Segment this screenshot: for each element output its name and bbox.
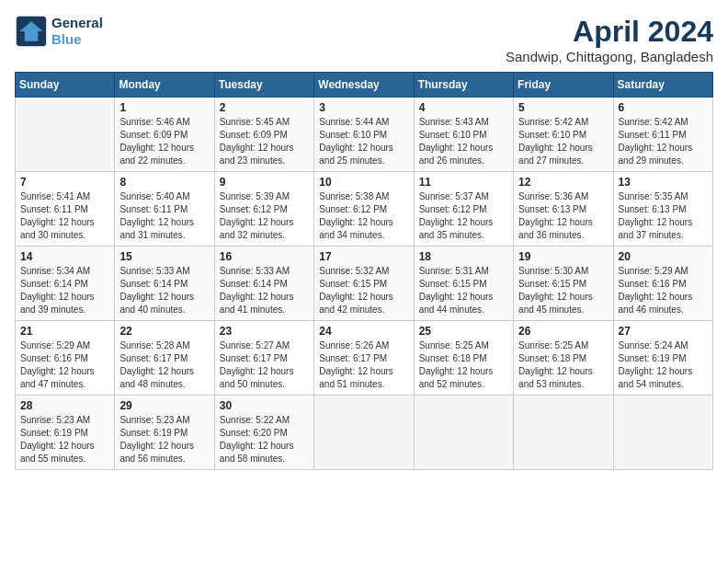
- weekday-header: Friday: [514, 73, 613, 98]
- day-number: 30: [220, 399, 309, 412]
- day-info: Sunrise: 5:29 AM Sunset: 6:16 PM Dayligh…: [20, 339, 109, 391]
- day-number: 4: [419, 101, 508, 114]
- calendar-week-row: 28Sunrise: 5:23 AM Sunset: 6:19 PM Dayli…: [16, 396, 713, 470]
- day-info: Sunrise: 5:42 AM Sunset: 6:10 PM Dayligh…: [518, 116, 608, 167]
- day-number: 20: [619, 250, 708, 263]
- day-info: Sunrise: 5:23 AM Sunset: 6:19 PM Dayligh…: [119, 414, 209, 465]
- calendar-day-cell: 22Sunrise: 5:28 AM Sunset: 6:17 PM Dayli…: [115, 321, 214, 396]
- calendar-day-cell: 9Sunrise: 5:39 AM Sunset: 6:12 PM Daylig…: [214, 172, 313, 247]
- day-number: 8: [119, 176, 209, 189]
- logo-text: General Blue: [51, 15, 103, 48]
- day-number: 14: [20, 250, 109, 263]
- calendar-day-cell: 17Sunrise: 5:32 AM Sunset: 6:15 PM Dayli…: [314, 247, 414, 321]
- calendar-week-row: 1Sunrise: 5:46 AM Sunset: 6:09 PM Daylig…: [16, 98, 713, 172]
- calendar-day-cell: 29Sunrise: 5:23 AM Sunset: 6:19 PM Dayli…: [115, 396, 214, 470]
- day-number: 15: [119, 250, 209, 263]
- calendar-week-row: 7Sunrise: 5:41 AM Sunset: 6:11 PM Daylig…: [16, 172, 713, 247]
- location: Sandwip, Chittagong, Bangladesh: [506, 49, 713, 64]
- page-header: General Blue April 2024 Sandwip, Chittag…: [15, 15, 713, 64]
- calendar-day-cell: [514, 396, 613, 470]
- month-title: April 2024: [506, 15, 713, 49]
- day-info: Sunrise: 5:28 AM Sunset: 6:17 PM Dayligh…: [119, 339, 209, 391]
- logo: General Blue: [15, 15, 103, 48]
- calendar-week-row: 14Sunrise: 5:34 AM Sunset: 6:14 PM Dayli…: [16, 247, 713, 321]
- day-info: Sunrise: 5:42 AM Sunset: 6:11 PM Dayligh…: [619, 116, 708, 167]
- day-number: 1: [119, 101, 209, 114]
- calendar-day-cell: 18Sunrise: 5:31 AM Sunset: 6:15 PM Dayli…: [414, 247, 513, 321]
- calendar-day-cell: 28Sunrise: 5:23 AM Sunset: 6:19 PM Dayli…: [16, 396, 115, 470]
- calendar-day-cell: 24Sunrise: 5:26 AM Sunset: 6:17 PM Dayli…: [314, 321, 414, 396]
- day-number: 9: [220, 176, 309, 189]
- day-info: Sunrise: 5:37 AM Sunset: 6:12 PM Dayligh…: [419, 190, 508, 242]
- day-number: 28: [20, 399, 109, 412]
- day-info: Sunrise: 5:24 AM Sunset: 6:19 PM Dayligh…: [619, 339, 708, 391]
- calendar-day-cell: 6Sunrise: 5:42 AM Sunset: 6:11 PM Daylig…: [613, 98, 712, 172]
- calendar-day-cell: 25Sunrise: 5:25 AM Sunset: 6:18 PM Dayli…: [414, 321, 513, 396]
- day-info: Sunrise: 5:22 AM Sunset: 6:20 PM Dayligh…: [220, 414, 309, 465]
- day-info: Sunrise: 5:46 AM Sunset: 6:09 PM Dayligh…: [119, 116, 209, 167]
- day-number: 18: [419, 250, 508, 263]
- day-info: Sunrise: 5:33 AM Sunset: 6:14 PM Dayligh…: [220, 265, 309, 316]
- day-info: Sunrise: 5:25 AM Sunset: 6:18 PM Dayligh…: [518, 339, 608, 391]
- calendar-day-cell: 23Sunrise: 5:27 AM Sunset: 6:17 PM Dayli…: [214, 321, 313, 396]
- day-info: Sunrise: 5:34 AM Sunset: 6:14 PM Dayligh…: [20, 265, 109, 316]
- day-number: 7: [20, 176, 109, 189]
- calendar-day-cell: [16, 98, 115, 172]
- day-number: 29: [119, 399, 209, 412]
- calendar-day-cell: 26Sunrise: 5:25 AM Sunset: 6:18 PM Dayli…: [514, 321, 613, 396]
- day-info: Sunrise: 5:29 AM Sunset: 6:16 PM Dayligh…: [619, 265, 708, 316]
- day-number: 25: [419, 325, 508, 338]
- day-info: Sunrise: 5:35 AM Sunset: 6:13 PM Dayligh…: [619, 190, 708, 242]
- day-info: Sunrise: 5:31 AM Sunset: 6:15 PM Dayligh…: [419, 265, 508, 316]
- day-info: Sunrise: 5:38 AM Sunset: 6:12 PM Dayligh…: [319, 190, 408, 242]
- calendar-day-cell: 30Sunrise: 5:22 AM Sunset: 6:20 PM Dayli…: [214, 396, 313, 470]
- day-number: 16: [220, 250, 309, 263]
- weekday-header: Monday: [115, 73, 214, 98]
- day-number: 3: [319, 101, 408, 114]
- day-info: Sunrise: 5:45 AM Sunset: 6:09 PM Dayligh…: [220, 116, 309, 167]
- calendar-day-cell: [613, 396, 712, 470]
- calendar-day-cell: 10Sunrise: 5:38 AM Sunset: 6:12 PM Dayli…: [314, 172, 414, 247]
- weekday-header-row: SundayMondayTuesdayWednesdayThursdayFrid…: [16, 73, 713, 98]
- day-number: 26: [518, 325, 608, 338]
- calendar-day-cell: 20Sunrise: 5:29 AM Sunset: 6:16 PM Dayli…: [613, 247, 712, 321]
- calendar-day-cell: 2Sunrise: 5:45 AM Sunset: 6:09 PM Daylig…: [214, 98, 313, 172]
- day-number: 12: [518, 176, 608, 189]
- weekday-header: Sunday: [16, 73, 115, 98]
- day-info: Sunrise: 5:25 AM Sunset: 6:18 PM Dayligh…: [419, 339, 508, 391]
- logo-icon: [15, 15, 48, 48]
- calendar-day-cell: 3Sunrise: 5:44 AM Sunset: 6:10 PM Daylig…: [314, 98, 414, 172]
- calendar-day-cell: 15Sunrise: 5:33 AM Sunset: 6:14 PM Dayli…: [115, 247, 214, 321]
- day-number: 2: [220, 101, 309, 114]
- day-number: 17: [319, 250, 408, 263]
- day-info: Sunrise: 5:26 AM Sunset: 6:17 PM Dayligh…: [319, 339, 408, 391]
- day-info: Sunrise: 5:30 AM Sunset: 6:15 PM Dayligh…: [518, 265, 608, 316]
- calendar-day-cell: 19Sunrise: 5:30 AM Sunset: 6:15 PM Dayli…: [514, 247, 613, 321]
- weekday-header: Thursday: [414, 73, 513, 98]
- calendar-day-cell: 21Sunrise: 5:29 AM Sunset: 6:16 PM Dayli…: [16, 321, 115, 396]
- calendar-day-cell: 12Sunrise: 5:36 AM Sunset: 6:13 PM Dayli…: [514, 172, 613, 247]
- day-info: Sunrise: 5:36 AM Sunset: 6:13 PM Dayligh…: [518, 190, 608, 242]
- day-number: 10: [319, 176, 408, 189]
- day-number: 22: [119, 325, 209, 338]
- day-info: Sunrise: 5:23 AM Sunset: 6:19 PM Dayligh…: [20, 414, 109, 465]
- weekday-header: Saturday: [613, 73, 712, 98]
- day-number: 11: [419, 176, 508, 189]
- weekday-header: Wednesday: [314, 73, 414, 98]
- calendar-day-cell: 13Sunrise: 5:35 AM Sunset: 6:13 PM Dayli…: [613, 172, 712, 247]
- calendar-day-cell: 4Sunrise: 5:43 AM Sunset: 6:10 PM Daylig…: [414, 98, 513, 172]
- day-number: 6: [619, 101, 708, 114]
- day-number: 27: [619, 325, 708, 338]
- day-info: Sunrise: 5:32 AM Sunset: 6:15 PM Dayligh…: [319, 265, 408, 316]
- day-info: Sunrise: 5:44 AM Sunset: 6:10 PM Dayligh…: [319, 116, 408, 167]
- calendar-day-cell: 5Sunrise: 5:42 AM Sunset: 6:10 PM Daylig…: [514, 98, 613, 172]
- title-area: April 2024 Sandwip, Chittagong, Banglade…: [506, 15, 713, 64]
- calendar-day-cell: 7Sunrise: 5:41 AM Sunset: 6:11 PM Daylig…: [16, 172, 115, 247]
- calendar-day-cell: 8Sunrise: 5:40 AM Sunset: 6:11 PM Daylig…: [115, 172, 214, 247]
- calendar-day-cell: [414, 396, 513, 470]
- day-number: 24: [319, 325, 408, 338]
- day-info: Sunrise: 5:41 AM Sunset: 6:11 PM Dayligh…: [20, 190, 109, 242]
- weekday-header: Tuesday: [214, 73, 313, 98]
- calendar-day-cell: 11Sunrise: 5:37 AM Sunset: 6:12 PM Dayli…: [414, 172, 513, 247]
- day-number: 21: [20, 325, 109, 338]
